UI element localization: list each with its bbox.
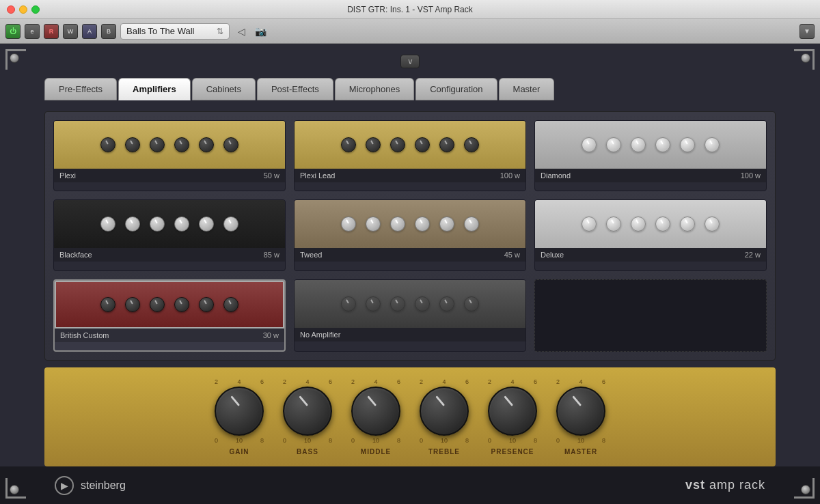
amplifier-grid: Plexi 50 w Plexi Lead <box>44 111 776 361</box>
bass-knob[interactable] <box>283 387 332 436</box>
bass-scale-10: 10 <box>304 437 311 444</box>
tweed-presence-knob[interactable] <box>439 216 454 232</box>
blackface-middle-knob[interactable] <box>150 216 165 232</box>
tweed-gain-knob[interactable] <box>341 216 356 232</box>
amp-british-footer: British Custom 30 w <box>55 328 284 342</box>
diamond-master-knob[interactable] <box>705 137 720 152</box>
british-treble-knob[interactable] <box>174 297 189 312</box>
british-master-knob[interactable] <box>223 297 238 312</box>
treble-knob[interactable] <box>420 387 469 436</box>
deluxe-master-knob[interactable] <box>705 216 720 232</box>
plexi-gain-knob[interactable] <box>100 137 115 152</box>
tweed-master-knob[interactable] <box>464 216 479 232</box>
treble-scale-0: 0 <box>420 437 423 444</box>
plexi-treble-knob[interactable] <box>174 137 189 152</box>
screw-tr <box>801 53 810 63</box>
amp-tweed[interactable]: Tweed 45 w <box>294 199 526 270</box>
plexilead-presence-knob[interactable] <box>439 137 454 152</box>
plexi-master-knob[interactable] <box>223 137 238 152</box>
preset-selector[interactable]: Balls To The Wall ⇅ <box>120 23 230 40</box>
tab-pre-effects[interactable]: Pre-Effects <box>44 78 117 100</box>
amp-none[interactable]: No Amplifier <box>294 279 526 352</box>
screw-bl <box>10 485 19 494</box>
fullscreen-button[interactable] <box>31 5 40 14</box>
tab-configuration[interactable]: Configuration <box>415 78 497 100</box>
amp-plexi-lead-name: Plexi Lead <box>300 171 335 180</box>
blackface-bass-knob[interactable] <box>125 216 140 232</box>
deluxe-bass-knob[interactable] <box>606 216 621 232</box>
british-bass-knob[interactable] <box>125 297 140 312</box>
deluxe-presence-knob[interactable] <box>680 216 695 232</box>
treble-knob-group: 2 4 6 0 10 8 TREBLE <box>417 378 472 456</box>
british-presence-knob[interactable] <box>199 297 214 312</box>
amp-diamond[interactable]: Diamond 100 w <box>534 120 767 191</box>
plexilead-middle-knob[interactable] <box>390 137 405 152</box>
gain-scale-10: 10 <box>236 437 243 444</box>
plexilead-treble-knob[interactable] <box>415 137 430 152</box>
amp-tweed-thumbnail <box>295 200 525 248</box>
gain-knob[interactable] <box>215 387 264 436</box>
tweed-treble-knob[interactable] <box>415 216 430 232</box>
amp-deluxe[interactable]: Deluxe 22 w <box>534 199 767 270</box>
amp-blackface-footer: Blackface 85 w <box>54 248 285 262</box>
amp-british-custom[interactable]: British Custom 30 w <box>53 279 286 352</box>
master-scale-6: 6 <box>602 378 605 385</box>
plexilead-bass-knob[interactable] <box>366 137 381 152</box>
amp-blackface[interactable]: Blackface 85 w <box>53 199 286 270</box>
british-middle-knob[interactable] <box>150 297 165 312</box>
plexilead-master-knob[interactable] <box>464 137 479 152</box>
close-button[interactable] <box>7 5 15 14</box>
master-knob[interactable] <box>556 387 605 436</box>
camera-icon[interactable]: 📷 <box>253 24 268 39</box>
plexilead-gain-knob[interactable] <box>341 137 356 152</box>
tweed-bass-knob[interactable] <box>366 216 381 232</box>
minimize-button[interactable] <box>19 5 27 14</box>
middle-label: MIDDLE <box>361 448 391 456</box>
tab-post-effects[interactable]: Post-Effects <box>257 78 333 100</box>
scroll-down-button[interactable]: ▼ <box>800 24 815 39</box>
presence-knob[interactable] <box>488 387 537 436</box>
bass-scale-2: 2 <box>283 378 286 385</box>
gain-scale-4: 4 <box>237 378 241 385</box>
diamond-treble-knob[interactable] <box>655 137 670 152</box>
tweed-middle-knob[interactable] <box>390 216 405 232</box>
tab-microphones[interactable]: Microphones <box>335 78 414 100</box>
deluxe-gain-knob[interactable] <box>582 216 597 232</box>
diamond-middle-knob[interactable] <box>631 137 646 152</box>
amp-blackface-wattage: 85 w <box>264 251 279 259</box>
e-button[interactable]: e <box>25 24 40 39</box>
deluxe-middle-knob[interactable] <box>631 216 646 232</box>
preset-name: Balls To The Wall <box>126 26 194 36</box>
plexi-middle-knob[interactable] <box>150 137 165 152</box>
screw-br <box>801 485 810 494</box>
tab-master[interactable]: Master <box>499 78 555 100</box>
write-button[interactable]: W <box>63 24 78 39</box>
british-gain-knob[interactable] <box>100 297 115 312</box>
middle-knob[interactable] <box>351 387 400 436</box>
tab-cabinets[interactable]: Cabinets <box>192 78 256 100</box>
plexi-bass-knob[interactable] <box>125 137 140 152</box>
record-button[interactable]: R <box>44 24 59 39</box>
blackface-treble-knob[interactable] <box>174 216 189 232</box>
deluxe-treble-knob[interactable] <box>655 216 670 232</box>
tab-amplifiers[interactable]: Amplifiers <box>118 78 191 100</box>
bass-scale-4: 4 <box>305 378 309 385</box>
diamond-gain-knob[interactable] <box>582 137 597 152</box>
power-button[interactable]: ⏻ <box>5 24 20 39</box>
none-gain-knob <box>341 296 356 311</box>
gain-scale-8: 8 <box>260 437 264 444</box>
amp-plexi-lead-footer: Plexi Lead 100 w <box>295 169 525 182</box>
amp-diamond-thumbnail <box>535 121 766 169</box>
blackface-master-knob[interactable] <box>223 216 238 232</box>
diamond-bass-knob[interactable] <box>606 137 621 152</box>
blackface-gain-knob[interactable] <box>100 216 115 232</box>
left-arrow-icon[interactable]: ◁ <box>234 24 249 39</box>
a-button[interactable]: A <box>82 24 97 39</box>
amp-plexi-lead[interactable]: Plexi Lead 100 w <box>294 120 526 191</box>
plexi-presence-knob[interactable] <box>199 137 214 152</box>
chevron-down-button[interactable]: ∨ <box>400 55 420 68</box>
b-button[interactable]: B <box>101 24 116 39</box>
blackface-presence-knob[interactable] <box>199 216 214 232</box>
diamond-presence-knob[interactable] <box>680 137 695 152</box>
amp-plexi[interactable]: Plexi 50 w <box>53 120 286 191</box>
